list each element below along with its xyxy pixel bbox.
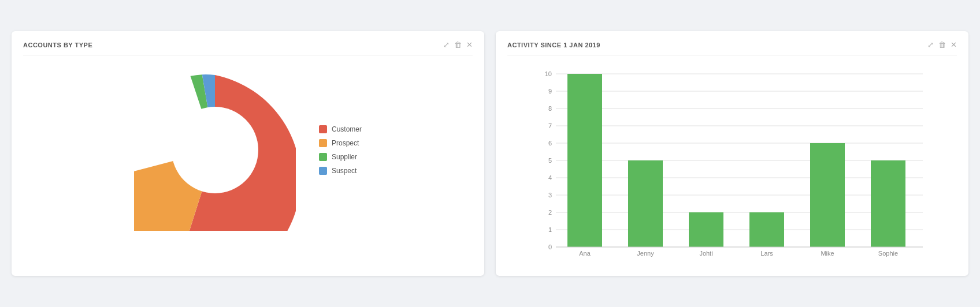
accounts-by-type-card: ACCOUNTS BY TYPE ⤢ 🗑 ✕: [12, 31, 484, 276]
bar-label-lars: Lars: [760, 250, 773, 257]
bar-label-jenny: Jenny: [637, 250, 654, 257]
dashboard: ACCOUNTS BY TYPE ⤢ 🗑 ✕: [12, 31, 968, 276]
accounts-collapse-icon[interactable]: ✕: [466, 40, 473, 49]
accounts-card-body: Customer Prospect Supplier Suspect: [23, 63, 473, 237]
legend-color-supplier: [319, 153, 327, 161]
bar-johti: [689, 212, 723, 247]
activity-expand-icon[interactable]: ⤢: [927, 40, 934, 49]
svg-text:9: 9: [548, 88, 552, 95]
accounts-card-header: ACCOUNTS BY TYPE ⤢ 🗑 ✕: [23, 40, 473, 55]
legend-label-supplier: Supplier: [332, 153, 357, 161]
activity-card-title: ACTIVITY SINCE 1 JAN 2019: [507, 42, 600, 48]
donut-chart: [134, 69, 296, 231]
accounts-delete-icon[interactable]: 🗑: [454, 40, 462, 49]
bar-mike: [810, 143, 845, 247]
svg-text:8: 8: [548, 105, 552, 112]
legend-label-customer: Customer: [332, 125, 362, 133]
accounts-expand-icon[interactable]: ⤢: [443, 40, 450, 49]
activity-card-header: ACTIVITY SINCE 1 JAN 2019 ⤢ 🗑 ✕: [507, 40, 957, 55]
bar-label-sophie: Sophie: [878, 250, 898, 257]
bar-jenny: [628, 160, 663, 247]
donut-legend: Customer Prospect Supplier Suspect: [319, 125, 362, 175]
accounts-card-title: ACCOUNTS BY TYPE: [23, 42, 92, 48]
activity-card-actions: ⤢ 🗑 ✕: [927, 40, 957, 49]
legend-item-customer: Customer: [319, 125, 362, 133]
bar-lars: [749, 212, 784, 247]
svg-text:5: 5: [548, 157, 552, 164]
svg-text:10: 10: [545, 70, 552, 77]
legend-item-suspect: Suspect: [319, 167, 362, 175]
legend-label-prospect: Prospect: [332, 139, 359, 147]
donut-svg: [134, 69, 296, 231]
legend-item-supplier: Supplier: [319, 153, 362, 161]
svg-text:7: 7: [548, 122, 552, 129]
legend-color-prospect: [319, 139, 327, 147]
activity-delete-icon[interactable]: 🗑: [938, 40, 946, 49]
legend-color-customer: [319, 125, 327, 133]
svg-text:1: 1: [548, 226, 552, 233]
donut-hole: [172, 107, 258, 193]
accounts-card-actions: ⤢ 🗑 ✕: [443, 40, 473, 49]
legend-color-suspect: [319, 167, 327, 175]
svg-text:6: 6: [548, 140, 552, 147]
bar-ana: [567, 74, 602, 247]
activity-card: ACTIVITY SINCE 1 JAN 2019 ⤢ 🗑 ✕: [496, 31, 968, 276]
svg-text:4: 4: [548, 174, 552, 181]
bar-chart-svg: 10 9 8 7 6 5 4 3 2 1 0 Ana Jenny: [507, 68, 957, 264]
activity-collapse-icon[interactable]: ✕: [951, 40, 957, 49]
activity-card-body: 10 9 8 7 6 5 4 3 2 1 0 Ana Jenny: [507, 63, 957, 267]
svg-text:3: 3: [548, 192, 552, 199]
svg-text:0: 0: [548, 244, 552, 250]
legend-item-prospect: Prospect: [319, 139, 362, 147]
legend-label-suspect: Suspect: [332, 167, 357, 175]
bar-label-ana: Ana: [579, 250, 591, 257]
bar-sophie: [871, 160, 905, 247]
bar-label-mike: Mike: [821, 250, 834, 257]
bar-label-johti: Johti: [699, 250, 712, 257]
svg-text:2: 2: [548, 209, 552, 216]
